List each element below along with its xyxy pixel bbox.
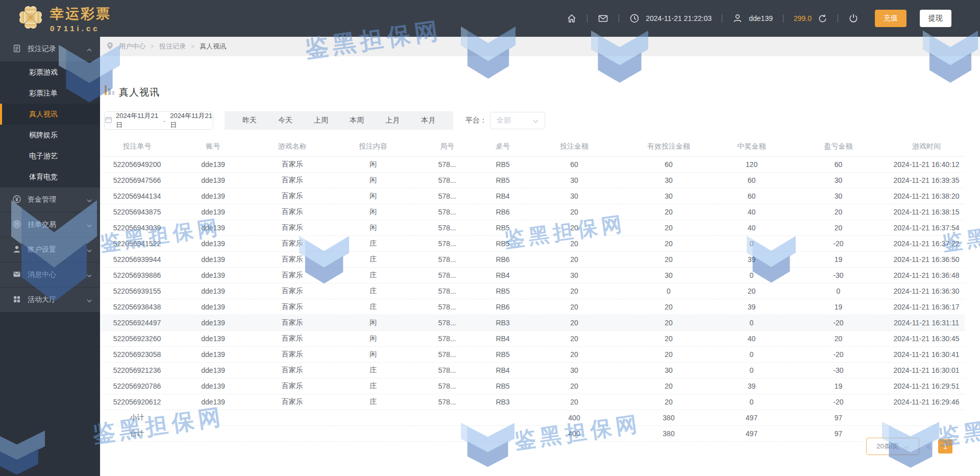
table-cell: 百家乐 (253, 235, 332, 251)
sidebar-group-activity-hall[interactable]: 活动大厅 (0, 288, 100, 313)
table-cell: 20 (789, 330, 888, 346)
home-icon[interactable] (567, 13, 577, 23)
table-row[interactable]: 522056920786dde139百家乐庄578...RB5202039192… (101, 378, 965, 394)
page-title: 真人视讯 (105, 85, 160, 97)
sidebar-item-entry[interactable]: 棋牌娱乐 (0, 125, 100, 146)
table-cell: 20 (623, 204, 715, 220)
table-row[interactable]: 522056939944dde139百家乐庄578...RB6202039192… (101, 251, 965, 267)
table-cell: dde139 (174, 188, 253, 204)
column-header: 游戏名称 (253, 137, 332, 156)
sidebar-item-entry[interactable]: 彩票游戏 (0, 62, 100, 83)
table-row[interactable]: 522056944134dde139百家乐闲578...RB4303060302… (101, 188, 965, 204)
divider (587, 14, 587, 22)
table-cell: 0 (715, 315, 789, 330)
table-cell: 百家乐 (253, 346, 332, 362)
table-cell: dde139 (174, 283, 253, 299)
page-size-select[interactable]: 20条/页 (866, 438, 919, 455)
prev-page-arrow[interactable]: < (926, 442, 931, 451)
chevron-down-icon (87, 246, 92, 254)
table-cell: dde139 (174, 251, 253, 267)
table-cell: 2024-11-21 16:29:46 (888, 394, 965, 410)
table-cell: 19 (789, 378, 888, 394)
date-separator: - (163, 117, 165, 125)
sidebar-group-account-settings[interactable]: 账户设置 (0, 237, 100, 263)
table-cell: 578... (414, 172, 480, 188)
sidebar-item-entry[interactable]: 彩票注单 (0, 83, 100, 104)
sidebar-item-entry[interactable]: 电子游艺 (0, 146, 100, 166)
summary-cell: 400 (526, 410, 623, 425)
table-cell: 522056947566 (101, 172, 174, 188)
sidebar-group-funds[interactable]: 资金管理 (0, 187, 100, 212)
withdraw-button[interactable]: 提现 (920, 10, 951, 27)
date-range-input[interactable]: 2024年11月21日 - 2024年11月21日 (104, 111, 213, 130)
sidebar-group-label: 活动大厅 (28, 295, 56, 304)
table-row[interactable]: 522056923058dde139百家乐闲578...RB520200-202… (101, 346, 965, 362)
table-row[interactable]: 522056943039dde139百家乐闲578...RB5202040202… (101, 220, 965, 235)
sidebar-item-entry[interactable]: 体育电竞 (0, 166, 100, 187)
table-cell: 60 (715, 172, 789, 188)
chevron-down-icon (904, 443, 909, 450)
table-cell: 20 (715, 283, 789, 299)
table-cell: 522056949200 (101, 156, 174, 172)
table-cell: 20 (623, 315, 715, 330)
power-icon[interactable] (848, 13, 859, 23)
quick-filter-button[interactable]: 上周 (303, 116, 339, 125)
quick-filter-button[interactable]: 上月 (375, 116, 410, 125)
table-cell: RB6 (480, 299, 526, 315)
table-row[interactable]: 522056920612dde139百家乐庄578...RB320200-202… (101, 394, 965, 410)
table-cell: 2024-11-21 16:36:30 (888, 283, 965, 299)
table-row[interactable]: 522056923260dde139百家乐闲578...RB4202040202… (101, 330, 965, 346)
recharge-button[interactable]: 充值 (875, 10, 906, 27)
table-row[interactable]: 522056924497dde139百家乐闲578...RB320200-202… (101, 315, 965, 330)
sidebar-group-pending-orders[interactable]: 挂单交易 (0, 212, 100, 237)
table-cell: 百家乐 (253, 315, 332, 330)
breadcrumb-item[interactable]: 用户中心 (119, 42, 145, 51)
table-cell: 2024-11-21 16:36:50 (888, 251, 965, 267)
table-cell: dde139 (174, 315, 253, 330)
table-row[interactable]: 522056939155dde139百家乐庄578...RB5200200202… (101, 283, 965, 299)
platform-select[interactable]: 全部 (490, 112, 545, 129)
quick-filter-button[interactable]: 本月 (410, 116, 446, 125)
table-cell: 522056943039 (101, 220, 174, 235)
coins-icon (12, 220, 21, 230)
table-cell: RB4 (480, 330, 526, 346)
sidebar-group-bet-records[interactable]: 投注记录 (0, 37, 100, 62)
table-cell: 2024-11-21 16:38:20 (888, 188, 965, 204)
app-logo[interactable]: 幸运彩票 0711i.cc (17, 4, 111, 33)
table-cell: -20 (789, 394, 888, 410)
quick-filter-button[interactable]: 今天 (267, 116, 303, 125)
quick-filter-button[interactable]: 昨天 (232, 116, 267, 125)
mail-icon[interactable] (598, 13, 608, 23)
refresh-icon[interactable] (818, 14, 827, 23)
table-cell: 闲 (332, 220, 414, 235)
column-header: 账号 (174, 137, 253, 156)
table-row[interactable]: 522056938438dde139百家乐庄578...RB6202039192… (101, 299, 965, 315)
table-row[interactable]: 522056941522dde139百家乐庄578...RB520200-202… (101, 235, 965, 251)
table-row[interactable]: 522056921236dde139百家乐庄578...RB430300-302… (101, 362, 965, 378)
quick-filter-button[interactable]: 本周 (339, 116, 375, 125)
table-row[interactable]: 522056947566dde139百家乐闲578...RB5303060302… (101, 172, 965, 188)
breadcrumb-item[interactable]: 投注记录 (159, 42, 186, 51)
user-icon[interactable] (732, 13, 743, 23)
table-cell: 578... (414, 156, 480, 172)
table-cell: 0 (715, 394, 789, 410)
table-cell: 522056924497 (101, 315, 174, 330)
clover-logo-icon (17, 4, 44, 33)
table-cell: 30 (526, 362, 623, 378)
current-page[interactable]: 1 (938, 439, 952, 454)
table-cell: dde139 (174, 394, 253, 410)
table-row[interactable]: 522056939886dde139百家乐庄578...RB430300-302… (101, 267, 965, 283)
table-cell: 60 (715, 188, 789, 204)
sidebar-group-message-center[interactable]: 消息中心 (0, 263, 100, 288)
table-row[interactable]: 522056943875dde139百家乐闲578...RB6202040202… (101, 204, 965, 220)
table-cell: -20 (789, 346, 888, 362)
platform-label: 平台： (465, 116, 487, 125)
table-cell: 20 (526, 283, 623, 299)
divider (722, 14, 722, 22)
summary-cell: 97 (789, 410, 888, 425)
table-cell: 2024-11-21 16:37:22 (888, 235, 965, 251)
sidebar-item-active[interactable]: 真人视讯 (0, 104, 100, 125)
table-row[interactable]: 522056949200dde139百家乐闲578...RB5606012060… (101, 156, 965, 172)
table-cell: RB3 (480, 315, 526, 330)
column-header: 局号 (414, 137, 480, 156)
